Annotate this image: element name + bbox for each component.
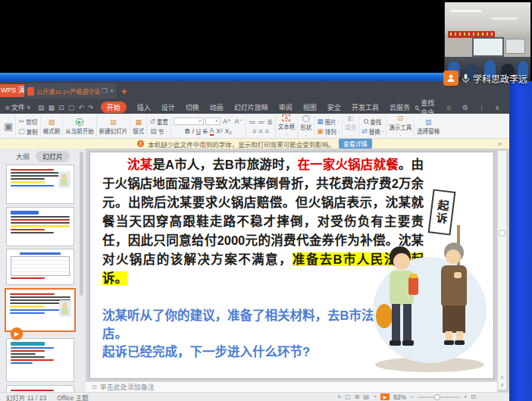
fill-icon: ◧ [347, 114, 354, 122]
bold-button[interactable]: B [185, 127, 189, 135]
font-size-box[interactable]: ˅ [205, 117, 221, 125]
reset-button[interactable]: ↺重置 [149, 117, 168, 126]
tab-restore-icon[interactable]: ❐ [102, 87, 108, 95]
align-center-icon[interactable]: ≡ [258, 127, 262, 135]
comment-icon[interactable]: ◔ [373, 393, 377, 400]
slide-thumbnail[interactable] [6, 207, 74, 246]
slide-thumbnail[interactable] [6, 249, 74, 285]
more-menu-icon[interactable]: ⋮ [478, 104, 485, 111]
italic-button[interactable]: I [192, 127, 193, 135]
reading-view-icon[interactable]: ▤ [364, 393, 370, 400]
play-slideshow-badge[interactable]: ▶ [11, 327, 23, 340]
bullets-icon[interactable]: ≔ [249, 118, 255, 126]
subscript-button[interactable]: X₂ [225, 127, 232, 135]
menu-tab-devtools[interactable]: 开发工具 [352, 102, 379, 112]
redo-icon[interactable]: ↷ [88, 104, 94, 111]
notes-toggle-icon[interactable]: ≡ [338, 393, 342, 400]
picture-button[interactable]: ▦图片· [317, 117, 340, 126]
ceiling-light [451, 10, 481, 12]
previous-slide-button[interactable]: ∧ [498, 374, 506, 381]
slide-scrollbar[interactable]: ∧ ∨ [497, 150, 507, 390]
new-slide-button[interactable]: ▤新建幻灯片 [97, 115, 131, 137]
superscript-button[interactable]: X² [216, 127, 223, 135]
slide-thumbnail[interactable] [6, 164, 74, 204]
print-icon[interactable]: ⊡ [58, 104, 64, 111]
numbering-icon[interactable]: ≕ [258, 118, 264, 126]
view-details-button[interactable]: 查看详情 [339, 139, 372, 149]
status-bar: 幻灯片 11 / 23 Office 主题 ≡ ▢ ⊞ ▤ ◔ ▶ 82% − … [0, 392, 509, 401]
open-icon[interactable]: ▤ [38, 104, 45, 111]
thumbnail-cartoon [59, 300, 71, 317]
scrollbar-thumb[interactable] [499, 230, 505, 237]
slide-sorter-icon[interactable]: ⊞ [355, 393, 360, 400]
selection-pane-button[interactable]: ▥选择窗格 [415, 115, 442, 137]
slide-thumbnail-current[interactable] [5, 288, 76, 332]
new-tab-button[interactable]: + [121, 86, 127, 97]
preview-icon[interactable]: ▢ [68, 104, 75, 111]
save-icon[interactable]: ▦ [49, 104, 55, 111]
copy-button[interactable]: ▢复制 [18, 127, 38, 136]
fit-slide-icon[interactable]: ⊡ [471, 393, 476, 400]
document-tab[interactable]: 公开课10.2+严格遵守诉讼程序 ❐ × [24, 83, 117, 99]
notes-bar[interactable]: ⊡ 单击此处添加备注 [86, 381, 497, 392]
screen: 学科思政李远 WPS 演示 公开课10.2+严格遵守诉讼程序 ❐ × + ≡ 文… [0, 0, 532, 401]
menu-tab-security[interactable]: 安全 [327, 102, 341, 112]
menu-tab-transition[interactable]: 切换 [186, 102, 199, 112]
undo-icon[interactable]: ↶ [78, 104, 84, 111]
warning-close-icon[interactable]: × [498, 140, 502, 148]
menu-tab-insert[interactable]: 插入 [137, 102, 151, 112]
sidebar-scrollbar[interactable] [80, 152, 83, 296]
shapes-button[interactable]: ◯形状· [298, 115, 315, 137]
menu-tab-review[interactable]: 审阅 [279, 102, 293, 112]
selection-pane-icon: ▥ [425, 118, 432, 126]
menu-tab-design[interactable]: 设计 [161, 102, 175, 112]
zoom-slider[interactable] [418, 396, 460, 398]
zoom-out-icon[interactable]: − [410, 393, 414, 400]
slide-canvas[interactable]: 沈某是A市人，去B市旅游时，在一家火锅店就餐。由于火锅店地面湿滑导致沈某摔倒骨折… [89, 152, 494, 379]
collapse-ribbon-icon[interactable]: ∧ [495, 104, 500, 111]
menu-tab-view[interactable]: 视图 [303, 102, 317, 112]
zoom-level: 82% [393, 393, 406, 401]
indent-icon[interactable]: ≣ [267, 118, 273, 126]
font-color-button[interactable]: A [210, 127, 214, 136]
strikethrough-button[interactable]: S [203, 127, 208, 135]
underline-button[interactable]: U [196, 127, 201, 135]
file-menu[interactable]: ≡ 文件 ˅ [5, 102, 31, 112]
case-text-red: 在一家火锅店就餐 [297, 158, 398, 171]
zoom-slider-knob[interactable] [434, 394, 440, 400]
paste-icon[interactable]: ▣ [4, 121, 13, 132]
font-warning-text: 本机缺少此文件中用到的字体，显示和打印效果可能会受到影响。 [148, 139, 335, 149]
section-button[interactable]: ▤节· [150, 127, 167, 136]
font-name-box[interactable]: ˅ [174, 117, 204, 125]
tab-outline[interactable]: 大纲 [16, 152, 30, 161]
replace-button[interactable]: ⇄替换· [361, 127, 383, 136]
menu-tab-home[interactable]: 开始 [101, 102, 127, 113]
slideshow-play-button[interactable]: ▶ [380, 393, 390, 400]
classroom-projector-screen [472, 37, 504, 57]
arrange-button[interactable]: ▣排列· [317, 127, 340, 136]
play-from-current-button[interactable]: ▶ 从当前开始 [63, 115, 97, 137]
zoom-in-icon[interactable]: + [464, 393, 468, 400]
settings-gear-icon[interactable]: ⚙ [462, 104, 468, 111]
slide-thumbnail[interactable] [6, 338, 74, 382]
tab-slides[interactable]: 幻灯片 [36, 151, 70, 162]
presentation-tools-button[interactable]: ⊡演示工具· [386, 115, 415, 137]
feedback-smiley-icon[interactable]: ☺ [446, 104, 452, 111]
format-painter-button[interactable]: ▨格式刷 [41, 115, 64, 137]
slide-thumbnail[interactable] [6, 385, 74, 392]
find-button[interactable]: 查找 [364, 117, 381, 126]
decrease-font-icon[interactable]: A⁻ [235, 117, 243, 125]
align-left-icon[interactable]: ≡ [252, 127, 256, 135]
normal-view-icon[interactable]: ▢ [345, 393, 351, 400]
menu-tab-cloud[interactable]: 云服务 [390, 102, 410, 112]
layout-button[interactable]: ▦版式 [130, 115, 147, 137]
menu-tab-animation[interactable]: 动画 [210, 102, 224, 112]
cut-button[interactable]: ✂剪切 [19, 117, 38, 126]
menu-tab-slideshow[interactable]: 幻灯片放映 [234, 102, 268, 112]
align-right-icon[interactable]: ≡ [265, 127, 269, 135]
font-warning-bar: ! 本机缺少此文件中用到的字体，显示和打印效果可能会受到影响。 查看详情 × [0, 139, 509, 149]
increase-font-icon[interactable]: A⁺ [223, 117, 230, 125]
tab-close-icon[interactable]: × [110, 87, 114, 95]
next-slide-button[interactable]: ∨ [498, 381, 506, 388]
textbox-button[interactable]: A文本框· [276, 115, 299, 137]
